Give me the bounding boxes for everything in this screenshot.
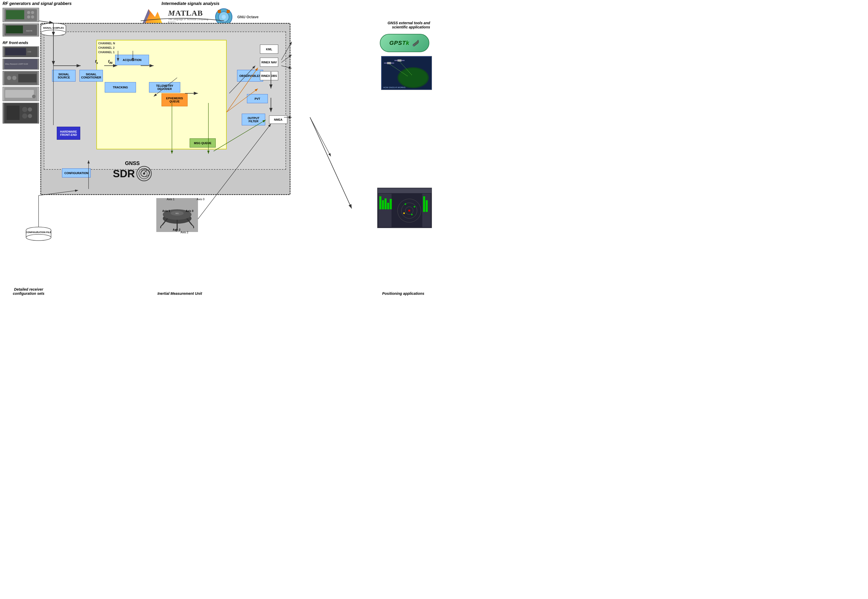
telemetry-decoder-box: TELEMETRY DECODER <box>149 82 180 93</box>
svg-text:Ettus Research    USRP E100: Ettus Research USRP E100 <box>5 63 28 65</box>
oscilloscope-image <box>3 8 39 22</box>
svg-point-20 <box>32 95 36 98</box>
svg-rect-10 <box>5 48 26 55</box>
svg-rect-33 <box>227 10 230 13</box>
signal-source-box: SIGNAL SOURCE <box>52 70 75 81</box>
svg-text:Axis 0: Axis 0 <box>186 209 194 212</box>
configuration-file-label: CONFIGURATION FILE <box>26 231 51 234</box>
svg-text:USB: USB <box>27 51 31 53</box>
positioning-caption: Positioning applications <box>375 291 432 296</box>
gnss-sdr-logo: GNSS SDR <box>106 154 158 188</box>
observables-box: OBSERVABLES <box>237 70 263 81</box>
axis-0-label: Axis 0 <box>197 197 204 201</box>
channel-1-label: CHANNEL 1 <box>98 51 115 54</box>
svg-rect-22 <box>6 105 20 120</box>
svg-point-26 <box>28 114 32 118</box>
svg-rect-63 <box>384 63 387 63</box>
svg-line-122 <box>39 21 53 23</box>
svg-point-16 <box>12 76 17 80</box>
svg-rect-78 <box>390 199 392 209</box>
gnu-octave-label: GNU Octave <box>237 15 259 19</box>
svg-point-23 <box>22 107 27 112</box>
svg-rect-72 <box>378 188 431 193</box>
gpstk-logo: GPSTk <box>380 34 429 52</box>
gpstk-text: GPSTk <box>389 40 409 47</box>
channel-n-label: CHANNEL N <box>98 42 115 45</box>
rf-device3-image <box>3 71 39 85</box>
matlab-tagline: The Language of Technical Computing <box>168 18 208 21</box>
svg-text:Axis 1: Axis 1 <box>162 209 170 212</box>
channel-2-label: CHANNEL 2 <box>98 46 115 49</box>
svg-point-25 <box>28 107 32 111</box>
svg-rect-75 <box>382 200 384 209</box>
svg-rect-88 <box>423 196 425 212</box>
svg-line-108 <box>310 117 331 157</box>
svg-rect-17 <box>18 74 36 82</box>
svg-point-15 <box>7 76 11 80</box>
svg-point-47 <box>26 234 51 241</box>
svg-rect-1 <box>6 10 24 19</box>
detailed-config-caption: Detailed receiver configuration sets <box>3 287 55 296</box>
rf-device4-image <box>3 87 39 101</box>
axis-1-label: Axis 1 <box>167 197 174 201</box>
imu-image: IMU Axis 1 Axis 0 Axis 2 <box>156 198 198 232</box>
svg-text:HOW GNSS-R WORKS: HOW GNSS-R WORKS <box>383 86 405 89</box>
svg-point-86 <box>403 212 405 214</box>
oscilloscope2-image: INSTR <box>3 24 39 36</box>
gnss-external-label: GNSS external tools and scientific appli… <box>378 21 430 29</box>
fs-label: fs <box>95 59 98 65</box>
svg-rect-76 <box>384 199 387 209</box>
svg-point-37 <box>143 173 145 175</box>
svg-rect-64 <box>391 63 394 63</box>
svg-point-5 <box>31 15 34 18</box>
acquisition-box: ACQUISITION <box>115 55 149 65</box>
svg-point-42 <box>41 30 66 36</box>
svg-rect-62 <box>387 62 391 64</box>
gpstk-area: GPSTk <box>380 34 432 52</box>
hardware-frontend-box: HARDWARE FRONT-END <box>57 127 80 140</box>
svg-point-83 <box>405 203 406 205</box>
svg-point-2 <box>27 11 30 14</box>
signal-samples-label: SIGNAL SAMPLES <box>43 27 64 29</box>
svg-point-24 <box>22 113 27 119</box>
nmea-box: NMEA <box>269 116 287 124</box>
svg-point-85 <box>411 214 413 215</box>
svg-rect-65 <box>398 59 401 62</box>
svg-text:INSTR: INSTR <box>26 30 32 32</box>
kml-box: KML <box>260 45 278 54</box>
signal-samples-cylinder: SIGNAL SAMPLES <box>41 23 66 36</box>
svg-point-61 <box>399 68 428 87</box>
svg-rect-32 <box>218 10 221 13</box>
svg-point-84 <box>414 206 415 208</box>
svg-point-4 <box>27 15 30 18</box>
ephemeris-queue-box: EPHEMERIS QUEUE <box>162 93 188 106</box>
output-filter-box: OUTPUT FILTER <box>242 114 265 125</box>
svg-text:Axis 2: Axis 2 <box>173 228 180 231</box>
rinex-nav-box: RINEX NAV <box>260 57 278 67</box>
fin-label: fIN <box>108 59 112 65</box>
diagram-container: RF generators and signal grabbers Interm… <box>0 0 434 300</box>
rf-device2-image: Ettus Research USRP E100 <box>3 59 39 69</box>
svg-point-3 <box>31 11 34 14</box>
svg-point-82 <box>408 209 410 212</box>
svg-point-31 <box>222 15 226 19</box>
rf-device5-image <box>3 103 39 123</box>
svg-rect-66 <box>394 60 398 61</box>
tracking-box: TRACKING <box>105 82 136 93</box>
rinex-obs-box: RINEX OBS <box>260 71 278 80</box>
svg-rect-74 <box>379 196 381 209</box>
positioning-app-image <box>377 188 432 228</box>
imu-caption: Inertial Measurement Unit <box>147 291 212 296</box>
svg-rect-7 <box>6 26 23 33</box>
intermediate-signals-label: Intermediate signals analysis <box>162 1 219 6</box>
svg-text:IMU: IMU <box>175 212 179 214</box>
gnss-sdr-box: GNSS-SDR FLOWGRAPH CHANNEL N CHANNEL 2 C… <box>41 23 290 195</box>
msg-queue-box: MSG QUEUE <box>190 138 216 147</box>
axis-2-label: Axis 2 <box>180 231 188 234</box>
configuration-file-cylinder: CONFIGURATION FILE <box>26 227 52 241</box>
pvt-box: PVT <box>247 94 268 103</box>
gnss-r-satellite-image: HOW GNSS-R WORKS <box>381 56 432 90</box>
svg-rect-67 <box>401 60 405 61</box>
svg-rect-89 <box>426 200 428 212</box>
matlab-logo-text: MATLAB <box>168 9 203 18</box>
